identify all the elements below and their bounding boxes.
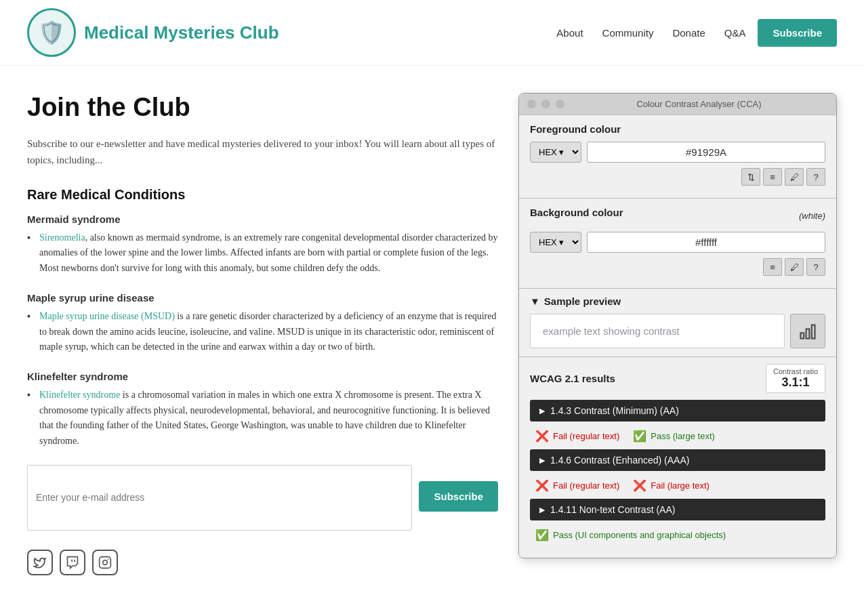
svg-rect-5 xyxy=(812,325,815,338)
result-fail-regular-146: ❌ Fail (regular text) xyxy=(535,479,619,492)
condition-link-msud[interactable]: Maple syrup urine disease (MSUD) xyxy=(39,311,175,321)
social-icons xyxy=(27,550,498,575)
criterion-1-4-3[interactable]: ▶ 1.4.3 Contrast (Minimum) (AA) xyxy=(530,400,825,422)
chart-icon xyxy=(798,322,817,341)
condition-body-mermaid: , also known as mermaid syndrome, is an … xyxy=(39,232,497,273)
titlebar-dot-2 xyxy=(541,100,550,108)
pass-icon-2: ✅ xyxy=(535,529,549,541)
swap-button[interactable]: ⇅ xyxy=(741,168,760,186)
fg-help-button[interactable]: ? xyxy=(806,168,825,186)
site-title: Medical Mysteries Club xyxy=(84,22,279,43)
subscribe-form-button[interactable]: Subscribe xyxy=(419,481,498,512)
wcag-header-row: WCAG 2.1 results Contrast ratio 3.1:1 xyxy=(530,364,825,393)
bg-eyedropper-button[interactable]: 🖊 xyxy=(785,258,804,276)
nav-about[interactable]: About xyxy=(550,22,590,44)
pass-icon-1: ✅ xyxy=(633,430,646,443)
email-field[interactable] xyxy=(27,465,412,531)
contrast-ratio-box: Contrast ratio 3.1:1 xyxy=(766,364,825,393)
criterion-1-4-6[interactable]: ▶ 1.4.6 Contrast (Enhanced) (AAA) xyxy=(530,449,825,471)
logo-area: 🛡️ Medical Mysteries Club xyxy=(27,8,279,57)
criterion-arrow-1: ▶ xyxy=(539,407,545,415)
logo-image: 🛡️ xyxy=(27,8,76,57)
result-fail-regular-143: ❌ Fail (regular text) xyxy=(535,430,619,443)
result-pass-ui-1411: ✅ Pass (UI components and graphical obje… xyxy=(535,529,726,541)
result-fail-large-146: ❌ Fail (large text) xyxy=(633,479,709,492)
criterion-1-4-11[interactable]: ▶ 1.4.11 Non-text Contrast (AA) xyxy=(530,499,825,520)
result-text-pass-large-143: Pass (large text) xyxy=(651,431,715,441)
condition-item-klinefelter: Klinefelter syndrome is a chromosomal va… xyxy=(27,388,498,449)
condition-mermaid: Mermaid syndrome Sirenomelia, also known… xyxy=(27,213,498,276)
cca-titlebar: Colour Contrast Analyser (CCA) xyxy=(519,94,836,115)
fg-hex-input[interactable] xyxy=(587,142,825,163)
instagram-icon[interactable] xyxy=(92,550,118,575)
condition-item-maple: Maple syrup urine disease (MSUD) is a ra… xyxy=(27,309,498,354)
fg-tools-row: ⇅ ≡ 🖊 ? xyxy=(530,168,825,186)
sample-preview-row: example text showing contrast xyxy=(530,314,825,348)
sample-text-box: example text showing contrast xyxy=(530,314,785,348)
sample-preview-section: ▼ Sample preview example text showing co… xyxy=(519,289,836,356)
titlebar-dot-3 xyxy=(556,100,564,108)
fail-icon-3: ❌ xyxy=(633,479,646,492)
titlebar-dot-1 xyxy=(527,100,536,108)
criterion-arrow-2: ▶ xyxy=(539,456,545,465)
condition-title-mermaid: Mermaid syndrome xyxy=(27,213,498,225)
condition-title-klinefelter: Klinefelter syndrome xyxy=(27,371,498,382)
sample-preview-label: Sample preview xyxy=(544,295,621,307)
bg-tools-row: ≡ 🖊 ? xyxy=(530,258,825,276)
fg-format-select[interactable]: HEX ▾ RGB HSL xyxy=(530,142,581,163)
twitter-icon[interactable] xyxy=(27,550,53,575)
sample-text: example text showing contrast xyxy=(543,325,680,337)
fail-icon-1: ❌ xyxy=(535,430,549,443)
result-text-fail-large-146: Fail (large text) xyxy=(651,480,709,491)
condition-maple: Maple syrup urine disease Maple syrup ur… xyxy=(27,292,498,354)
bg-white-label: (white) xyxy=(799,211,825,221)
contrast-ratio-label: Contrast ratio xyxy=(773,367,818,375)
result-pass-large-143: ✅ Pass (large text) xyxy=(633,430,715,443)
triangle-icon: ▼ xyxy=(530,295,540,307)
svg-rect-4 xyxy=(806,329,810,338)
wcag-results-1-4-6: ❌ Fail (regular text) ❌ Fail (large text… xyxy=(530,475,825,499)
cca-title: Colour Contrast Analyser (CCA) xyxy=(570,99,828,109)
fg-row: HEX ▾ RGB HSL xyxy=(530,142,825,163)
wcag-section: WCAG 2.1 results Contrast ratio 3.1:1 ▶ … xyxy=(519,357,836,558)
bg-sliders-button[interactable]: ≡ xyxy=(763,258,782,276)
page-title: Join the Club xyxy=(27,93,498,122)
bg-format-select[interactable]: HEX ▾ RGB HSL xyxy=(530,232,581,253)
bg-section-title: Background colour xyxy=(530,207,623,218)
fg-eyedropper-button[interactable]: 🖊 xyxy=(785,168,804,186)
twitch-icon[interactable] xyxy=(60,550,85,575)
criterion-label-3: 1.4.11 Non-text Contrast (AA) xyxy=(550,504,675,515)
wcag-results-1-4-3: ❌ Fail (regular text) ✅ Pass (large text… xyxy=(530,426,825,449)
sample-preview-title: ▼ Sample preview xyxy=(530,295,825,307)
section-title: Rare Medical Conditions xyxy=(27,187,498,203)
bg-section: Background colour (white) HEX ▾ RGB HSL … xyxy=(519,199,836,288)
fg-section: Foreground colour HEX ▾ RGB HSL ⇅ ≡ 🖊 ? xyxy=(519,115,836,198)
bg-help-button[interactable]: ? xyxy=(806,258,825,276)
nav-donate[interactable]: Donate xyxy=(665,22,712,44)
condition-link-klinefelter[interactable]: Klinefelter syndrome xyxy=(39,390,120,400)
sample-chart-button[interactable] xyxy=(790,314,825,348)
svg-rect-0 xyxy=(100,557,111,569)
criterion-label-1: 1.4.3 Contrast (Minimum) (AA) xyxy=(550,405,679,416)
condition-link-sirenomelia[interactable]: Sirenomelia xyxy=(39,232,85,243)
header: 🛡️ Medical Mysteries Club About Communit… xyxy=(0,0,864,66)
condition-klinefelter: Klinefelter syndrome Klinefelter syndrom… xyxy=(27,371,498,449)
result-text-pass-ui-1411: Pass (UI components and graphical object… xyxy=(553,530,726,540)
subscribe-form: Subscribe xyxy=(27,465,498,531)
cca-window: Colour Contrast Analyser (CCA) Foregroun… xyxy=(518,93,837,558)
fail-icon-2: ❌ xyxy=(535,479,549,492)
cca-tool: Colour Contrast Analyser (CCA) Foregroun… xyxy=(518,93,837,575)
nav-community[interactable]: Community xyxy=(596,22,661,44)
sliders-button[interactable]: ≡ xyxy=(763,168,782,186)
contrast-ratio-value: 3.1:1 xyxy=(781,375,809,389)
nav-qa[interactable]: Q&A xyxy=(718,22,753,44)
condition-title-maple: Maple syrup urine disease xyxy=(27,292,498,304)
fg-section-title: Foreground colour xyxy=(530,123,825,135)
intro-text: Subscribe to our e-newsletter and have m… xyxy=(27,136,498,168)
header-subscribe-button[interactable]: Subscribe xyxy=(758,19,837,47)
wcag-title: WCAG 2.1 results xyxy=(530,373,615,384)
bg-hex-input[interactable] xyxy=(587,232,825,253)
result-text-fail-regular-146: Fail (regular text) xyxy=(553,480,619,491)
main-nav: About Community Donate Q&A Subscribe xyxy=(550,19,837,47)
criterion-arrow-3: ▶ xyxy=(539,506,545,514)
